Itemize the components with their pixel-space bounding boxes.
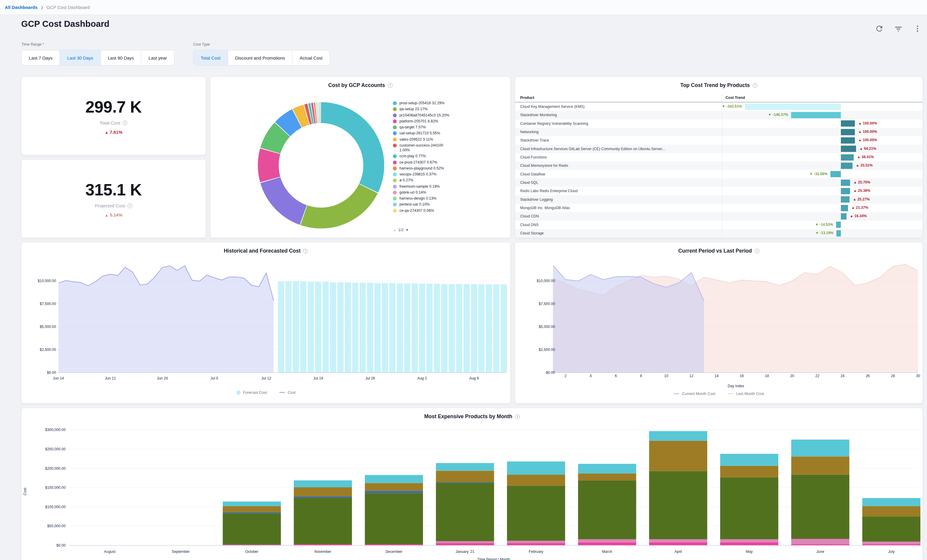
info-icon[interactable]: i: [303, 249, 308, 253]
donut-legend-item-ccm-play[interactable]: ccm-play 0.77%: [393, 154, 506, 158]
trend-bar: [745, 104, 841, 110]
table-header: Product Cost Trend: [515, 94, 922, 102]
legend-item-current-month-cost[interactable]: Current Month Cost: [674, 392, 715, 396]
legend-item-last-month-cost[interactable]: Last Month Cost: [728, 392, 764, 396]
legend-label: pentest-uat 0.10%: [400, 202, 430, 207]
donut-legend-item-ce-qa-274307[interactable]: ce-qa-274307 0.06%: [393, 208, 506, 213]
legend-item-forecast-cost[interactable]: Forecast Cost: [236, 390, 267, 395]
legend-swatch-icon: [236, 390, 240, 395]
donut-legend-item-customer-success-244100[interactable]: customer-success-244100 1.00%: [393, 143, 506, 153]
donut-legend-item-pr10406a87045145c3[interactable]: pr10406a87045145c3 15.20%: [393, 113, 506, 118]
svg-text:2: 2: [565, 374, 567, 378]
dashboard-toolbar: [874, 23, 923, 34]
table-row-cloud-memorystore-for-redis: Cloud Memorystore for Redis▲ 33.51%: [515, 161, 922, 170]
projected-cost-delta-value: 5.14%: [110, 212, 123, 217]
donut-legend-item-freemium-sample[interactable]: freemium-sample 0.19%: [393, 184, 506, 189]
svg-text:Jun 14: Jun 14: [53, 376, 64, 380]
pager-down-icon[interactable]: ▼: [406, 228, 409, 232]
donut-legend-item-pentest-uat[interactable]: pentest-uat 0.10%: [393, 202, 506, 207]
gcp-cost-dashboard-page: All Dashboards ❯ GCP Cost Dashboard GCP …: [0, 0, 927, 560]
svg-text:Cost: Cost: [23, 488, 27, 495]
svg-text:14: 14: [714, 374, 719, 378]
svg-text:June: June: [816, 549, 824, 554]
svg-text:22: 22: [815, 374, 819, 378]
table-row-mongodb-inc-mongodb-atlas: MongoDB Inc. MongoDB Atlas▲ 21.37%: [515, 204, 922, 212]
legend-item-cost[interactable]: Cost: [279, 390, 295, 395]
info-icon[interactable]: i: [128, 203, 132, 208]
info-icon[interactable]: i: [753, 83, 757, 88]
up-triangle-icon: ▲: [105, 213, 108, 217]
svg-text:$0.00: $0.00: [47, 370, 56, 375]
donut-legend-item-[interactable]: ø 0.27%: [393, 178, 506, 183]
product-cell: MongoDB Inc. MongoDB Atlas: [515, 204, 722, 212]
time-range-button-group: Last 7 DaysLast 30 DaysLast 90 DaysLast …: [21, 50, 174, 65]
donut-legend-item-prod-setup-205416[interactable]: prod-setup-205416 32.29%: [393, 101, 506, 105]
cost-trend-cell: ▲ 94.21%: [722, 145, 922, 153]
legend-swatch-icon: [728, 393, 734, 395]
donut-legend-item-qa-setup[interactable]: qa-setup 23.17%: [393, 107, 506, 111]
cost-type-option-total-cost[interactable]: Total Cost: [193, 50, 228, 65]
total-cost-delta: ▲ 7.61%: [105, 130, 123, 135]
trend-value: ▲ 38.41%: [857, 155, 874, 159]
svg-text:$5,000.00: $5,000.00: [539, 325, 555, 329]
table-row-stackdriver-monitoring: Stackdriver Monitoring▼ -146.37%: [515, 111, 922, 119]
breadcrumb-all-dashboards-link[interactable]: All Dashboards: [5, 5, 38, 10]
cost-trend-table-body: Cloud Key Management Service (KMS)▼ -342…: [515, 102, 922, 238]
svg-text:$200,000.00: $200,000.00: [45, 466, 66, 470]
legend-label: sales-209522 3.11%: [400, 137, 433, 142]
cost-type-button-group: Total CostDiscount and PromotionsActual …: [193, 50, 330, 65]
donut-legend-item-platform-205701[interactable]: platform-205701 8.82%: [393, 119, 506, 124]
cost-type-option-actual-cost[interactable]: Actual Cost: [292, 50, 330, 65]
pager-up-icon[interactable]: ▲: [393, 228, 397, 232]
projected-cost-delta: ▲ 5.14%: [105, 212, 123, 217]
info-icon[interactable]: i: [515, 414, 520, 419]
time-range-option-last-30-days[interactable]: Last 30 Days: [60, 50, 101, 65]
donut-legend-item-harness-design[interactable]: harness-design 0.13%: [393, 196, 506, 201]
product-cell: Cloud Functions: [515, 153, 722, 161]
cost-type-label: Cost Type: [193, 42, 210, 47]
refresh-button[interactable]: [874, 23, 884, 34]
svg-text:July: July: [888, 549, 895, 554]
cost-trend-cell: ▲ 25.70%: [722, 178, 922, 187]
projected-cost-card: 315.1 K Projected Cost i ▲ 5.14%: [21, 160, 206, 238]
cost-trend-cell: ▲ 25.27%: [722, 196, 922, 204]
time-range-option-last-year[interactable]: Last year: [141, 50, 174, 65]
filter-button[interactable]: [893, 23, 904, 34]
historical-forecast-panel: Historical and Forecasted Cost i $10,000…: [21, 243, 510, 403]
info-icon[interactable]: i: [388, 83, 392, 88]
donut-legend-item-qa-target[interactable]: qa-target 7.57%: [393, 125, 506, 130]
legend-label: pr10406a87045145c3 15.20%: [400, 113, 450, 118]
donut-legend-item-harness-playground[interactable]: harness-playground 0.52%: [393, 166, 506, 171]
legend-label: golink-url 0.14%: [400, 190, 426, 195]
info-icon[interactable]: i: [123, 121, 127, 125]
time-range-option-last-7-days[interactable]: Last 7 Days: [22, 50, 60, 65]
legend-label: harness-design 0.13%: [400, 196, 436, 201]
breadcrumb-chevron-icon: ❯: [41, 5, 44, 9]
svg-text:$10,000.00: $10,000.00: [536, 279, 555, 283]
cost-trend-cell: ▲ 25.38%: [722, 187, 922, 195]
projected-cost-label-text: Projected Cost: [95, 203, 125, 208]
product-cell: Container Registry Vulnerability Scannin…: [515, 120, 722, 128]
svg-text:28: 28: [891, 374, 895, 378]
cost-trend-cell: ▼ -32.06%: [722, 170, 922, 178]
info-icon[interactable]: i: [755, 249, 760, 253]
up-triangle-icon: ▲: [105, 130, 108, 135]
filter-icon: [894, 24, 903, 33]
legend-swatch-icon: [279, 392, 285, 393]
donut-legend-item-golink-url[interactable]: golink-url 0.14%: [393, 190, 506, 195]
trend-bar: [841, 154, 854, 161]
svg-text:6: 6: [615, 374, 617, 378]
donut-legend-item-uat-setup-261723[interactable]: uat-setup-261723 5.55%: [393, 131, 506, 135]
product-cell: Cloud CDN: [515, 212, 722, 220]
cost-type-option-discount-and-promotions[interactable]: Discount and Promotions: [228, 50, 293, 65]
table-row-stackdriver-trace: Stackdriver Trace▲ 100.00%: [515, 136, 922, 144]
time-range-option-last-90-days[interactable]: Last 90 Days: [101, 50, 141, 65]
donut-legend-item-sales-209522[interactable]: sales-209522 3.11%: [393, 137, 506, 142]
legend-label: qa-setup 23.17%: [400, 107, 428, 111]
donut-legend-item-ce-prod-274307[interactable]: ce-prod-274307 0.67%: [393, 160, 506, 165]
svg-text:Jul 19: Jul 19: [313, 376, 323, 380]
more-options-button[interactable]: [912, 23, 923, 34]
panel-title: Most Expensive Products by Month: [424, 413, 512, 420]
donut-legend-item-secops-239815[interactable]: secops-239815 0.37%: [393, 172, 506, 177]
svg-text:$10,000.00: $10,000.00: [38, 279, 56, 283]
